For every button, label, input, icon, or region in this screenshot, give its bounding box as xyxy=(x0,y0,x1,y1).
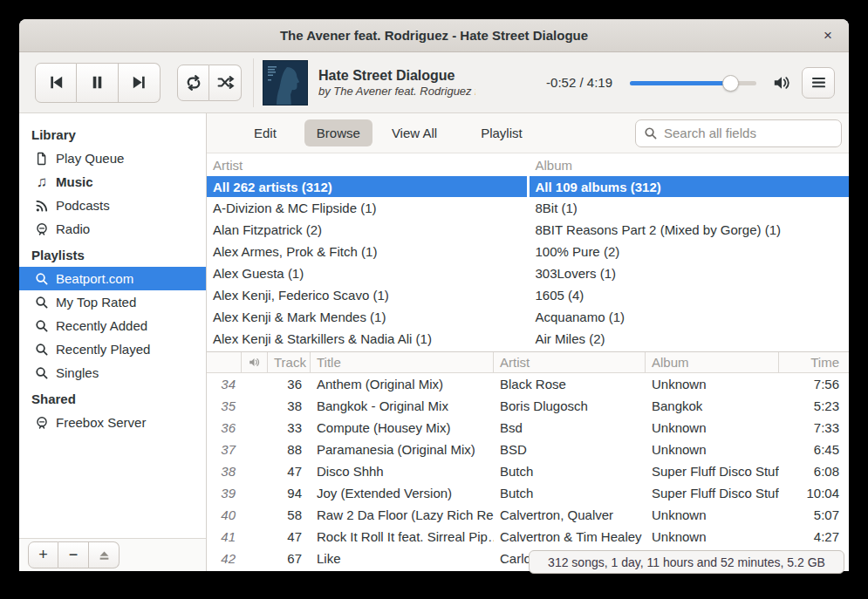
title-column-header[interactable]: Title xyxy=(311,352,494,372)
album-row[interactable]: 303Lovers (1) xyxy=(530,262,850,284)
album-pane: Album All 109 albums (312) 8Bit (1)8BIT … xyxy=(527,153,850,351)
sidebar-item-recently-added[interactable]: Recently Added xyxy=(19,314,206,337)
album-pane-header[interactable]: Album xyxy=(530,153,850,176)
seek-slider[interactable] xyxy=(630,74,756,92)
artist-row[interactable]: Alex Armes, Prok & Fitch (1) xyxy=(207,241,527,262)
album-row[interactable]: 1605 (4) xyxy=(530,284,850,306)
sidebar-item-beatport[interactable]: Beatport.com xyxy=(19,267,206,290)
artist-list: A-Divizion & MC Flipside (1)Alan Fitzpat… xyxy=(207,197,527,350)
sidebar-item-label: Radio xyxy=(56,221,90,236)
artist-row[interactable]: Alex Kenji & Mark Mendes (1) xyxy=(207,306,527,328)
track-album: Unknown xyxy=(646,529,779,544)
plus-icon: + xyxy=(38,546,48,564)
sidebar: Library Play Queue ♫ Music Podcasts Radi… xyxy=(19,113,207,571)
repeat-button[interactable] xyxy=(177,65,209,101)
sidebar-item-radio[interactable]: Radio xyxy=(19,217,206,241)
playlist-actions: + − xyxy=(19,538,206,571)
album-column-header[interactable]: Album xyxy=(646,352,779,372)
sidebar-item-freebox-server[interactable]: Freebox Server xyxy=(19,411,206,434)
album-row[interactable]: 8Bit (1) xyxy=(530,197,850,219)
window-body: Library Play Queue ♫ Music Podcasts Radi… xyxy=(19,113,849,571)
track-row[interactable]: 39 94 Joy (Extended Version) Butch Super… xyxy=(207,482,849,504)
artist-row[interactable]: Alex Guesta (1) xyxy=(207,262,527,284)
artist-row[interactable]: A-Divizion & MC Flipside (1) xyxy=(207,197,527,219)
track-artist: Boris Dlugosch xyxy=(494,398,646,413)
row-number: 38 xyxy=(207,464,242,479)
sidebar-item-my-top-rated[interactable]: My Top Rated xyxy=(19,290,206,314)
track-row[interactable]: 38 47 Disco Shhh Butch Super Fluff Disco… xyxy=(207,460,849,482)
row-number: 40 xyxy=(207,507,242,522)
sidebar-item-label: Music xyxy=(56,174,93,189)
track-column-header[interactable]: Track xyxy=(268,352,311,372)
sidebar-item-label: Singles xyxy=(56,365,99,380)
row-number: 41 xyxy=(207,529,242,544)
track-number: 33 xyxy=(268,420,311,435)
track-album: Unknown xyxy=(646,442,779,457)
previous-button[interactable] xyxy=(35,63,77,103)
next-button[interactable] xyxy=(119,63,161,103)
track-title: Compute (Housey Mix) xyxy=(311,420,494,435)
artist-row[interactable]: Alan Fitzpatrick (2) xyxy=(207,219,527,241)
track-artist: BSD xyxy=(494,442,646,457)
search-icon xyxy=(35,272,49,286)
search-input[interactable] xyxy=(664,126,825,140)
time-column-header[interactable]: Time xyxy=(779,352,849,372)
track-number: 58 xyxy=(268,507,311,522)
track-number: 47 xyxy=(268,529,311,544)
eject-button[interactable] xyxy=(89,541,120,568)
volume-button[interactable] xyxy=(770,71,793,94)
track-number: 67 xyxy=(268,551,311,566)
album-all-row[interactable]: All 109 albums (312) xyxy=(530,176,850,197)
playlist-button[interactable]: Playlist xyxy=(468,119,535,146)
sidebar-item-singles[interactable]: Singles xyxy=(19,361,206,385)
track-row[interactable]: 34 36 Anthem (Original Mix) Black Rose U… xyxy=(207,373,849,395)
track-row[interactable]: 36 33 Compute (Housey Mix) Bsd Unknown 7… xyxy=(207,417,849,439)
menu-button[interactable] xyxy=(802,67,835,99)
artist-row[interactable]: Alex Kenji & Starkillers & Nadia Ali (1) xyxy=(207,328,527,350)
playing-column-header[interactable] xyxy=(242,352,268,372)
track-row[interactable]: 41 47 Rock It Roll It feat. Sirreal Pip…… xyxy=(207,526,849,548)
edit-button[interactable]: Edit xyxy=(242,119,289,146)
track-artist: Bsd xyxy=(494,420,646,435)
album-row[interactable]: Air Miles (2) xyxy=(530,328,850,350)
track-album: Unknown xyxy=(646,420,779,435)
repeat-icon xyxy=(185,74,202,92)
track-artist: Butch xyxy=(494,486,646,500)
track-album: Super Fluff Disco Stuff xyxy=(646,464,779,479)
add-playlist-button[interactable]: + xyxy=(28,541,58,568)
view-all-button[interactable]: View All xyxy=(379,119,449,146)
search-icon xyxy=(35,343,49,357)
album-row[interactable]: Acquanamo (1) xyxy=(530,306,850,328)
artist-all-row[interactable]: All 262 artists (312) xyxy=(207,176,527,197)
sidebar-item-label: Recently Played xyxy=(56,342,150,357)
sidebar-item-podcasts[interactable]: Podcasts xyxy=(19,194,206,217)
close-button[interactable]: × xyxy=(816,24,840,48)
titlebar[interactable]: The Avener feat. Rodriguez - Hate Street… xyxy=(19,19,849,52)
row-number-column-header[interactable] xyxy=(207,352,242,372)
track-row[interactable]: 40 58 Raw 2 Da Floor (Lazy Rich Re… Calv… xyxy=(207,504,849,526)
shuffle-icon xyxy=(216,74,235,91)
remove-playlist-button[interactable]: − xyxy=(58,541,89,568)
artist-column-header[interactable]: Artist xyxy=(494,352,646,372)
seek-handle[interactable] xyxy=(722,75,739,92)
artist-pane-header[interactable]: Artist xyxy=(207,153,527,176)
sidebar-item-recently-played[interactable]: Recently Played xyxy=(19,337,206,361)
artist-row[interactable]: Alex Kenji, Federico Scavo (1) xyxy=(207,284,527,306)
album-row[interactable]: 8BIT Reasons Part 2 (Mixed by Gorge) (1) xyxy=(530,219,850,241)
track-title: Like xyxy=(311,551,494,566)
shuffle-button[interactable] xyxy=(209,65,242,101)
speaker-icon xyxy=(248,357,261,368)
search-icon xyxy=(35,319,49,333)
track-artist: Butch xyxy=(494,464,646,479)
album-row[interactable]: 100% Pure (2) xyxy=(530,241,850,262)
track-row[interactable]: 37 88 Paramanesia (Original Mix) BSD Unk… xyxy=(207,439,849,460)
pause-button[interactable] xyxy=(77,63,119,103)
search-box[interactable] xyxy=(635,119,842,147)
sidebar-header-playlists: Playlists xyxy=(19,243,206,267)
sidebar-item-play-queue[interactable]: Play Queue xyxy=(19,146,206,170)
browse-toggle[interactable]: Browse xyxy=(304,119,372,146)
sidebar-item-music[interactable]: ♫ Music xyxy=(19,170,206,194)
track-row[interactable]: 35 38 Bangkok - Original Mix Boris Dlugo… xyxy=(207,395,849,417)
radio-icon xyxy=(35,416,49,430)
track-title: Disco Shhh xyxy=(311,464,494,479)
